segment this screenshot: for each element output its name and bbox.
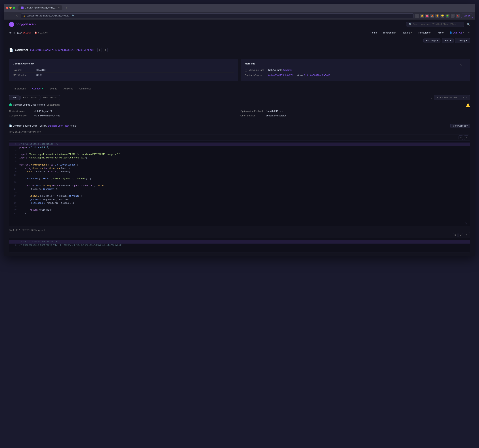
exchange-button[interactable]: Exchange ▾ — [423, 38, 440, 43]
ext-alert-icon[interactable]: 🔔 — [420, 14, 424, 18]
question-icon[interactable]: ? — [245, 69, 247, 72]
collapse-icon[interactable]: ▲ — [465, 97, 467, 99]
user-icon: 👤 — [449, 31, 452, 34]
subtab-code[interactable]: Code — [9, 95, 20, 100]
tab-comments[interactable]: Comments — [76, 86, 94, 92]
account-dropdown-arrow: ▾ — [463, 32, 464, 34]
qr-code-btn[interactable]: ⊞ — [103, 48, 107, 52]
copy-code2-btn[interactable]: ⧉ — [453, 233, 458, 237]
tab-events[interactable]: Events — [47, 86, 60, 92]
code-content-file1: 1 // SPDX-License-Identifier: MIT 2 prag… — [9, 141, 470, 221]
creator-label: Contract Creator: — [245, 74, 268, 77]
code-line: 9 Counters.Counter private _tokenIds; — [9, 170, 470, 174]
minimize-window-btn[interactable] — [9, 7, 12, 9]
name-tag-row: ? My Name Tag: Not Available, Update? — [245, 67, 466, 73]
earn-dropdown-icon: ▾ — [450, 39, 451, 42]
main-content: Contract Overview Balance: 0 MATIC MATIC… — [4, 55, 475, 256]
sub-tabs-left: Code Read Contract Write Contract — [9, 95, 60, 100]
warning-icon: ⚠️ — [466, 103, 470, 107]
new-tab-btn[interactable]: + — [66, 6, 67, 9]
compiler-row: Compiler Version v0.8.4+commit.c7e474f2 — [9, 114, 239, 117]
tab-transactions[interactable]: Transactions — [9, 86, 29, 92]
main-tabs: Transactions Contract Events Analytics C… — [9, 86, 470, 92]
question-mark-icon[interactable]: ? — [431, 96, 432, 99]
tab-contract[interactable]: Contract — [29, 86, 47, 92]
nav-misc[interactable]: Misc ▾ — [436, 31, 446, 35]
contract-name-row: Contract Name: AnkrPolygonNFT — [9, 110, 239, 113]
code-line: 5 import "@openzeppelin/contracts/utils/… — [9, 156, 470, 160]
maximize-window-btn[interactable] — [13, 7, 15, 9]
matic-price: MATIC: $1.34 — [9, 32, 22, 34]
window-controls — [6, 7, 15, 9]
tab-analytics[interactable]: Analytics — [60, 86, 76, 92]
ext-wallet-icon[interactable]: 👛 — [425, 14, 429, 18]
nav-home[interactable]: Home — [369, 31, 378, 35]
browser-extensions: 🛡 🔔 👛 🦊 🏆 ⭐ 🧩 ⋯ 🔖 — [415, 14, 460, 18]
nav-blockchain[interactable]: Blockchain ▾ — [382, 31, 398, 35]
refresh-btn[interactable]: ↻ — [15, 14, 19, 18]
copy-code-btn[interactable]: ⧉ — [459, 135, 463, 140]
copy-address-btn[interactable]: ⧉ — [97, 48, 102, 52]
tab-close-btn[interactable]: ✕ — [58, 7, 60, 9]
balance-value: 0 MATIC — [36, 69, 46, 71]
settings-row: Other Settings: default evmVersion — [240, 114, 470, 117]
more-options-button[interactable]: More Options ▾ — [450, 124, 470, 128]
back-btn[interactable]: ‹ — [6, 14, 9, 18]
update-nametag-link[interactable]: Update? — [283, 69, 292, 71]
update-button[interactable]: Update — [461, 13, 473, 18]
subtab-read-contract[interactable]: Read Contract — [20, 95, 40, 100]
search-icon: 🔍 — [409, 23, 412, 26]
code-block2-header: ⧉ ↗ ⊞ — [9, 232, 470, 238]
user-account[interactable]: 👤 JOSHCS ▾ — [449, 31, 464, 34]
expand-icon[interactable]: ⤡ — [465, 221, 468, 226]
creator-address-link[interactable]: 0x44e8161273d00a07l2... — [268, 74, 295, 77]
main-search-bar[interactable]: 🔍 Search by Address / Txn Hash / Block /… — [406, 22, 464, 27]
main-nav-links: Home Blockchain ▾ Tokens ▾ Resources ▾ M… — [369, 31, 470, 35]
resources-dropdown-arrow: ▾ — [431, 32, 431, 34]
earn-button[interactable]: Earn ▾ — [442, 38, 454, 43]
source-code-title: 📄 Contract Source Code (Solidity Standar… — [9, 124, 77, 127]
file2-header: File 2 of 12 : ERC721URIStorage.sol — [9, 229, 470, 231]
favorite-icon[interactable]: ♡ — [460, 64, 462, 66]
logo[interactable]: ⬡ polygonscan — [9, 22, 36, 27]
expand2-btn[interactable]: ⊞ — [464, 233, 468, 237]
matic-value-label: MATIC Value: — [13, 74, 36, 76]
browser-tab[interactable]: Contract Address 0x66248349... ✕ — [19, 6, 62, 10]
external-link-btn[interactable]: ↗ — [464, 135, 468, 140]
nav-resources[interactable]: Resources ▾ — [417, 31, 433, 35]
nav-tokens[interactable]: Tokens ▾ — [401, 31, 413, 35]
standard-json-link[interactable]: Standard Json-Input — [48, 124, 69, 127]
name-tag-value: Not Available, Update? — [268, 69, 292, 71]
forward-btn[interactable]: › — [11, 14, 14, 18]
compiler-label: Compiler Version — [9, 114, 33, 117]
subtab-write-contract[interactable]: Write Contract — [40, 95, 60, 100]
ext-star-icon[interactable]: ⭐ — [440, 14, 444, 18]
close-window-btn[interactable] — [6, 7, 8, 9]
ext-shield-icon[interactable]: 🛡 — [415, 14, 419, 18]
address-bar[interactable]: 🔒 polygonscan.com/address/0x66248349aa6.… — [21, 13, 414, 18]
contract-overview-card: Contract Overview Balance: 0 MATIC MATIC… — [9, 59, 238, 81]
ext-bookmark-icon[interactable]: 🔖 — [456, 14, 460, 18]
gaming-dropdown-icon: ▾ — [466, 39, 467, 42]
exact-match-text: (Exact Match) — [46, 103, 60, 106]
search-submit-icon[interactable]: 🔍 — [467, 23, 470, 26]
contract-label: Contract — [15, 48, 28, 52]
code-line: 7 contract AnkrPolygonNFT is ERC721URISt… — [9, 163, 470, 167]
tokens-dropdown-arrow: ▾ — [411, 32, 412, 34]
search-source-btn[interactable]: Search Source Code ▾ ▲ — [434, 95, 470, 100]
gaming-button[interactable]: Gaming ▾ — [455, 38, 470, 43]
code-line: 19 — [9, 205, 470, 208]
creator-txn-link[interactable]: 0x9cd8e60898ed995ad2... — [304, 74, 332, 77]
ext-fox-icon[interactable]: 🦊 — [430, 14, 434, 18]
code-block1-header: ⧉ ↗ — [9, 135, 470, 141]
external-link2-btn[interactable]: ↗ — [459, 233, 463, 237]
code-line: 6 — [9, 160, 470, 163]
theme-toggle-icon[interactable]: ☀ — [468, 31, 470, 34]
ext-puzzle-icon[interactable]: 🧩 — [446, 14, 450, 18]
contract-address[interactable]: 0x66248349aa6Ef98792c61b7C625F992bB5E7Fb… — [30, 48, 94, 51]
ext-trophy-icon[interactable]: 🏆 — [435, 14, 439, 18]
contract-header: 📄 Contract 0x66248349aa6Ef98792c61b7C625… — [4, 45, 475, 55]
ext-menu-icon[interactable]: ⋯ — [451, 14, 455, 18]
verified-checkmark-icon: ✓ — [9, 103, 12, 106]
more-options-icon[interactable]: ⋮ — [464, 64, 466, 66]
